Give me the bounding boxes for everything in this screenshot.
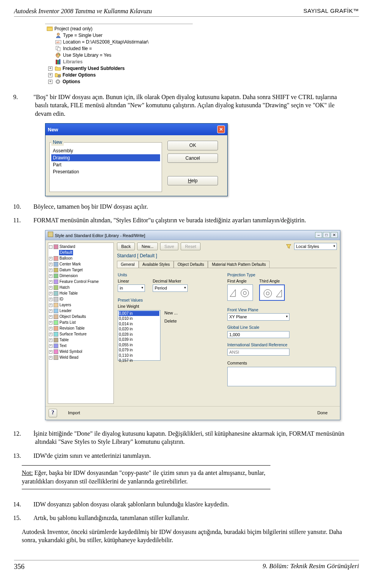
global-line-scale-input[interactable]: 1,000 bbox=[227, 331, 289, 338]
list-item[interactable]: 0,039 in bbox=[119, 337, 159, 342]
close-icon[interactable]: ✕ bbox=[331, 232, 338, 238]
expand-icon[interactable]: + bbox=[49, 309, 52, 313]
done-button[interactable]: Done bbox=[308, 409, 337, 417]
tree-item-label: Layers bbox=[59, 302, 71, 308]
expand-icon[interactable]: + bbox=[49, 333, 52, 336]
ok-button[interactable]: OK bbox=[167, 141, 218, 150]
expand-icon[interactable]: + bbox=[49, 257, 52, 260]
tab-material-hatch[interactable]: Material Hatch Pattern Defaults bbox=[208, 261, 270, 268]
tree-item-label: Feature Control Frame bbox=[59, 279, 99, 284]
tree-item[interactable]: +Weld Symbol bbox=[49, 349, 113, 355]
tree-item[interactable]: +Feature Control Frame bbox=[49, 279, 113, 285]
tree-item[interactable]: -Standard bbox=[49, 244, 113, 250]
list-item[interactable]: 0,055 in bbox=[119, 342, 159, 348]
tab-general[interactable]: General bbox=[117, 261, 139, 268]
tree-item[interactable]: +Dimension bbox=[49, 273, 113, 279]
reset-button[interactable]: Reset bbox=[181, 243, 200, 251]
tree-item[interactable]: +Weld Bead bbox=[49, 355, 113, 361]
tree-item[interactable]: +Layers bbox=[49, 302, 113, 308]
filter-combo[interactable]: Local Styles bbox=[294, 243, 337, 250]
linear-combo[interactable]: in bbox=[118, 284, 145, 292]
tree-item[interactable]: +Balloon bbox=[49, 256, 113, 262]
expand-icon[interactable]: + bbox=[49, 263, 52, 266]
expand-icon[interactable]: + bbox=[49, 280, 52, 284]
tree-item[interactable]: +Surface Texture bbox=[49, 332, 113, 337]
tab-object-defaults[interactable]: Object Defaults bbox=[174, 261, 208, 268]
list-item[interactable]: Drawing bbox=[51, 154, 160, 161]
new-type-listbox[interactable]: Assembly Drawing Part Presentation bbox=[51, 147, 160, 190]
tree-item[interactable]: +Revision Table bbox=[49, 326, 113, 332]
step-10: 10.Böylece, tamamen boş bir IDW dosyası … bbox=[35, 202, 359, 211]
expand-icon[interactable]: + bbox=[49, 344, 52, 348]
tree-item[interactable]: +Hole Table bbox=[49, 291, 113, 297]
minimize-icon[interactable]: – bbox=[315, 232, 322, 238]
collapse-icon[interactable]: - bbox=[49, 245, 52, 249]
back-button[interactable]: Back bbox=[117, 243, 135, 251]
expand-icon[interactable]: + bbox=[49, 274, 52, 278]
expand-icon[interactable]: + bbox=[49, 286, 52, 290]
expand-icon[interactable]: + bbox=[49, 298, 52, 301]
tab-available-styles[interactable]: Available Styles bbox=[139, 261, 174, 268]
help-icon[interactable]: ? bbox=[49, 409, 57, 417]
line-weight-listbox[interactable]: 0,007 in0,010 in0,014 in0,020 in0,028 in… bbox=[118, 310, 160, 361]
new-dialog-titlebar[interactable]: New ✕ bbox=[45, 124, 227, 135]
list-item[interactable]: Part bbox=[51, 161, 160, 168]
list-item[interactable]: 0,020 in bbox=[119, 326, 159, 332]
list-item[interactable]: 0,010 in bbox=[119, 316, 159, 321]
filter-icon[interactable] bbox=[286, 243, 292, 250]
decimal-marker-combo[interactable]: Period bbox=[153, 284, 188, 292]
tree-item[interactable]: +Table bbox=[49, 337, 113, 343]
save-button[interactable]: Save bbox=[160, 243, 178, 251]
expand-icon[interactable]: + bbox=[49, 269, 52, 272]
expand-icon[interactable]: + bbox=[49, 356, 52, 359]
list-item[interactable]: 0,110 in bbox=[119, 353, 159, 358]
tree-item[interactable]: +Object Defaults bbox=[49, 314, 113, 320]
tree-item-label: Datum Target bbox=[59, 267, 83, 273]
front-view-plane-combo[interactable]: XY Plane bbox=[227, 313, 289, 321]
expand-folderoptions-button[interactable]: + bbox=[48, 73, 52, 77]
help-button[interactable]: Help bbox=[167, 176, 218, 185]
expand-subfolders-button[interactable]: + bbox=[48, 66, 52, 71]
first-angle-button[interactable] bbox=[227, 284, 253, 301]
new-style-button[interactable]: New... bbox=[137, 243, 158, 251]
list-item[interactable]: 0,157 in bbox=[119, 358, 159, 363]
list-item[interactable]: 0,028 in bbox=[119, 332, 159, 337]
expand-options-button[interactable]: + bbox=[48, 80, 52, 84]
expand-icon[interactable]: + bbox=[49, 315, 52, 319]
preset-delete-button[interactable]: Delete bbox=[164, 318, 192, 324]
tree-item[interactable]: +Datum Target bbox=[49, 267, 113, 273]
list-item[interactable]: Presentation bbox=[51, 168, 160, 175]
tree-item[interactable]: +Text bbox=[49, 343, 113, 349]
new-dialog-title: New bbox=[48, 126, 58, 133]
tree-item[interactable]: +ID bbox=[49, 297, 113, 302]
new-dialog-legend: New bbox=[51, 139, 64, 145]
expand-icon[interactable]: + bbox=[49, 327, 52, 330]
svg-rect-6 bbox=[58, 47, 60, 51]
close-icon[interactable]: ✕ bbox=[217, 126, 225, 133]
style-tree[interactable]: -StandardDefault+Balloon+Center Mark+Dat… bbox=[48, 243, 114, 404]
list-item[interactable]: 0,007 in bbox=[119, 311, 159, 316]
tree-item[interactable]: +Parts List bbox=[49, 320, 113, 326]
import-button[interactable]: Import bbox=[60, 409, 88, 417]
maximize-icon[interactable]: □ bbox=[323, 232, 330, 238]
list-item[interactable]: 0,014 in bbox=[119, 321, 159, 327]
expand-icon[interactable]: + bbox=[49, 292, 52, 295]
third-angle-button[interactable] bbox=[259, 284, 285, 301]
expand-icon[interactable]: + bbox=[49, 338, 52, 342]
cancel-button[interactable]: Cancel bbox=[167, 154, 218, 163]
tree-item[interactable]: Default bbox=[49, 250, 113, 256]
comments-textarea[interactable] bbox=[227, 367, 336, 386]
tree-item[interactable]: +Leader bbox=[49, 308, 113, 314]
style-editor-titlebar[interactable]: Style and Standard Editor [Library - Rea… bbox=[45, 230, 340, 240]
expand-icon[interactable]: + bbox=[49, 321, 52, 325]
expand-icon[interactable]: + bbox=[49, 304, 52, 307]
svg-point-20 bbox=[266, 292, 269, 295]
list-item[interactable]: 0,079 in bbox=[119, 347, 159, 353]
tree-item[interactable]: +Hatch bbox=[49, 285, 113, 291]
list-item[interactable]: Assembly bbox=[51, 147, 160, 154]
tree-item[interactable]: +Center Mark bbox=[49, 262, 113, 267]
expand-icon[interactable]: + bbox=[49, 350, 52, 354]
tree-item-label: Default bbox=[59, 250, 73, 255]
std-icon bbox=[54, 244, 58, 249]
preset-new-button[interactable]: New ... bbox=[164, 310, 192, 316]
